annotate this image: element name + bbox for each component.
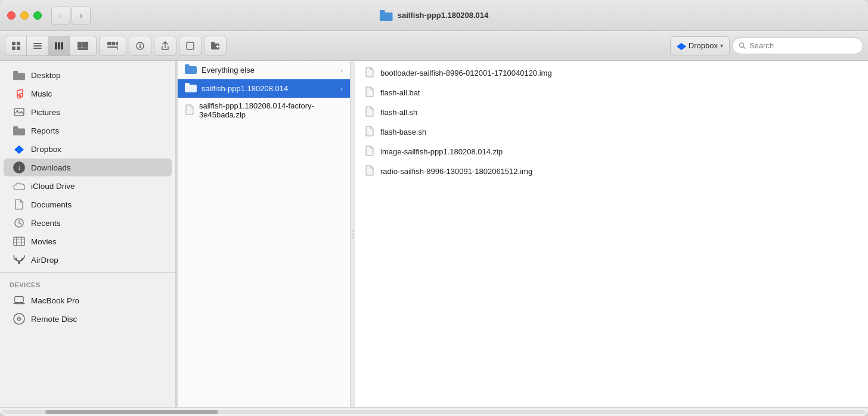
sidebar-item-label-downloads: Downloads xyxy=(31,163,71,172)
svg-rect-27 xyxy=(217,45,218,48)
sidebar-divider xyxy=(0,272,175,273)
column-item-name-sailfish-folder: sailfish-ppp1.180208.014 xyxy=(202,84,336,93)
dropbox-button[interactable]: Dropbox ▾ xyxy=(670,36,730,55)
file-item-image-zip[interactable]: image-sailfish-ppp1.180208.014.zip xyxy=(355,142,868,162)
main-content: Desktop Music xyxy=(0,61,868,407)
column-view-button[interactable] xyxy=(48,36,70,55)
forward-button[interactable]: › xyxy=(72,6,91,25)
share-button[interactable] xyxy=(154,36,176,55)
action-button[interactable] xyxy=(129,36,151,55)
sidebar-item-reports[interactable]: Reports xyxy=(4,122,172,139)
svg-point-48 xyxy=(18,318,20,319)
back-button[interactable]: ‹ xyxy=(51,6,70,25)
search-input[interactable] xyxy=(749,41,857,50)
sidebar-item-documents[interactable]: Documents xyxy=(4,195,172,213)
nav-buttons: ‹ › xyxy=(51,6,91,25)
file-icon-flash-sh xyxy=(365,106,374,119)
svg-rect-0 xyxy=(380,13,393,21)
sidebar-item-icloud[interactable]: iCloud Drive xyxy=(4,177,172,195)
svg-rect-52 xyxy=(185,83,190,86)
gallery-view-button[interactable] xyxy=(70,36,96,55)
file-item-radio-img[interactable]: radio-sailfish-8996-130091-1802061512.im… xyxy=(355,162,868,181)
column-1: Everything else › sailfish-ppp1.180208.0… xyxy=(178,61,351,407)
file-icon-radio-img xyxy=(365,165,374,178)
sidebar-item-downloads[interactable]: ↓ Downloads xyxy=(4,159,172,176)
sidebar-item-airdrop[interactable]: AirDrop xyxy=(4,251,172,269)
svg-rect-17 xyxy=(116,42,118,45)
sidebar-item-label-documents: Documents xyxy=(31,200,72,209)
scrollbar-track[interactable] xyxy=(2,410,866,414)
svg-rect-8 xyxy=(33,48,42,49)
svg-rect-40 xyxy=(14,243,24,243)
toolbar: Dropbox ▾ xyxy=(0,31,868,61)
titlebar: ‹ › sailfish-ppp1.180208.014 xyxy=(0,0,868,31)
tag-button-group xyxy=(179,36,202,56)
sidebar-item-remote-disc[interactable]: Remote Disc xyxy=(4,310,172,328)
sidebar-item-desktop[interactable]: Desktop xyxy=(4,66,172,84)
svg-rect-31 xyxy=(13,70,18,73)
svg-rect-13 xyxy=(82,42,88,48)
sidebar-item-label-remote-disc: Remote Disc xyxy=(31,315,77,324)
file-name-bootloader: bootloader-sailfish-8996-012001-17100401… xyxy=(380,69,552,77)
svg-rect-42 xyxy=(21,237,22,246)
svg-rect-18 xyxy=(107,46,118,48)
remote-disc-icon xyxy=(13,313,25,325)
list-view-button[interactable] xyxy=(27,36,48,55)
svg-rect-15 xyxy=(107,42,111,45)
icloud-icon xyxy=(13,180,25,192)
svg-rect-38 xyxy=(14,237,24,246)
folder-icon-sailfish xyxy=(185,83,197,94)
action-button-group xyxy=(129,36,151,56)
sidebar-item-label-airdrop: AirDrop xyxy=(31,256,58,265)
svg-rect-6 xyxy=(33,43,42,44)
file-icon-flash-bat xyxy=(365,86,374,99)
sidebar-item-label-icloud: iCloud Drive xyxy=(31,182,75,191)
column-item-sailfish-zip[interactable]: sailfish-ppp1.180208.014-factory-3e45bad… xyxy=(178,98,350,123)
close-button[interactable] xyxy=(7,11,16,20)
file-icon-image-zip xyxy=(365,145,374,158)
finder-window: ‹ › sailfish-ppp1.180208.014 xyxy=(0,0,868,416)
group-button[interactable] xyxy=(100,36,126,55)
titlebar-folder-icon xyxy=(380,10,393,21)
sidebar-item-music[interactable]: Music xyxy=(4,85,172,103)
pictures-icon xyxy=(13,106,25,118)
column-resize-handle[interactable] xyxy=(351,61,355,407)
svg-rect-16 xyxy=(111,42,115,45)
sidebar-item-pictures[interactable]: Pictures xyxy=(4,103,172,121)
svg-rect-25 xyxy=(211,42,215,45)
folder-icon-everything-else xyxy=(185,64,197,76)
svg-rect-9 xyxy=(55,42,57,49)
icon-view-button[interactable] xyxy=(5,36,27,55)
file-name-radio-img: radio-sailfish-8996-130091-1802061512.im… xyxy=(380,167,532,176)
file-icon-sailfish-zip xyxy=(185,104,194,117)
sidebar-item-movies[interactable]: Movies xyxy=(4,232,172,250)
svg-rect-2 xyxy=(12,42,16,45)
svg-rect-50 xyxy=(185,64,190,67)
column-item-sailfish-folder[interactable]: sailfish-ppp1.180208.014 › xyxy=(178,79,350,98)
svg-rect-14 xyxy=(78,48,88,50)
maximize-button[interactable] xyxy=(33,11,42,20)
svg-rect-22 xyxy=(140,45,141,48)
file-item-flash-sh[interactable]: flash-all.sh xyxy=(355,103,868,122)
macbook-icon xyxy=(13,294,25,306)
recents-icon xyxy=(13,217,25,229)
tag-button[interactable] xyxy=(179,36,201,55)
file-item-bootloader[interactable]: bootloader-sailfish-8996-012001-17100401… xyxy=(355,63,868,83)
group-button-group xyxy=(99,36,126,56)
search-box[interactable] xyxy=(732,38,863,54)
sidebar-item-macbook[interactable]: MacBook Pro xyxy=(4,291,172,309)
dropbox-label: Dropbox xyxy=(689,41,718,50)
horizontal-scrollbar[interactable] xyxy=(0,407,868,416)
svg-rect-23 xyxy=(187,42,194,49)
new-folder-button[interactable] xyxy=(204,36,226,55)
downloads-icon: ↓ xyxy=(13,162,25,173)
scrollbar-thumb[interactable] xyxy=(45,410,218,414)
sidebar-item-dropbox[interactable]: Dropbox xyxy=(4,140,172,158)
sidebar-item-recents[interactable]: Recents xyxy=(4,214,172,232)
minimize-button[interactable] xyxy=(20,11,29,20)
file-item-flash-bat[interactable]: flash-all.bat xyxy=(355,83,868,103)
file-name-flash-sh: flash-all.sh xyxy=(380,108,417,117)
column-item-everything-else[interactable]: Everything else › xyxy=(178,61,350,79)
sidebar-item-label-pictures: Pictures xyxy=(31,108,60,117)
file-item-flash-base[interactable]: flash-base.sh xyxy=(355,122,868,142)
